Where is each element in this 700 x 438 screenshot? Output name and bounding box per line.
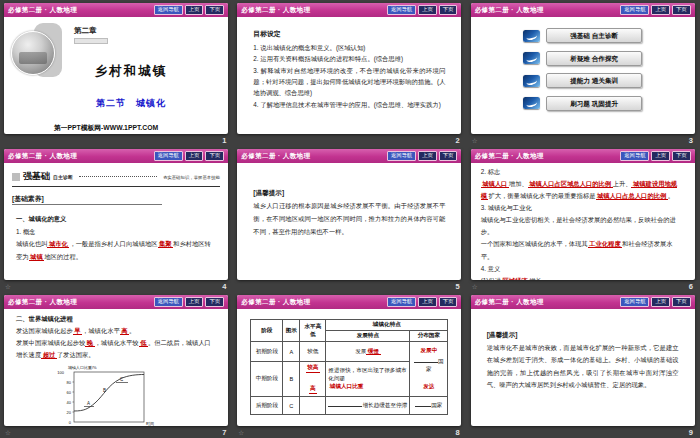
slide-header-bar: 必修第二册 · 人教地理 返回导航 上页 下页: [471, 295, 695, 309]
slide-3-menu[interactable]: 必修第二册 · 人教地理 返回导航 上页 下页 强基础 自主诊断 析疑难 合作探…: [471, 3, 695, 134]
next-page-button[interactable]: 下页: [205, 5, 224, 15]
nav-back-button[interactable]: 返回导航: [387, 5, 416, 15]
page-number: 7: [222, 428, 226, 437]
nav-back-button[interactable]: 返回导航: [620, 297, 649, 307]
slide-tile-8[interactable]: 必修第二册 · 人教地理 返回导航 上页 下页 阶段 图示 水平高低 城镇化特点…: [233, 292, 466, 438]
next-page-button[interactable]: 下页: [205, 151, 224, 161]
prev-page-button[interactable]: 上页: [418, 5, 437, 15]
nav-back-button[interactable]: 返回导航: [620, 151, 649, 161]
brand-text: 必修第二册 · 人教地理: [475, 298, 619, 307]
fill-in-answer: 缓慢: [366, 348, 380, 355]
fill-in-answer: 超过: [41, 351, 57, 359]
goals-heading: 目标设定: [253, 29, 445, 39]
fill-in-answer: 城镇人口占区域总人口的比例: [528, 180, 613, 188]
prev-page-button[interactable]: 上页: [418, 151, 437, 161]
fill-in-answer: 早: [73, 327, 82, 335]
blank-line: [414, 357, 438, 363]
fill-in-answer: 城市化: [47, 240, 69, 248]
menu-button-explore[interactable]: 析疑难 合作探究: [546, 51, 642, 66]
next-page-button[interactable]: 下页: [672, 5, 691, 15]
sub-heading: 4. 意义: [481, 263, 685, 275]
watermark-icon: ☆: [472, 137, 478, 145]
prev-page-button[interactable]: 上页: [185, 297, 204, 307]
slide-tile-3[interactable]: 必修第二册 · 人教地理 返回导航 上页 下页 强基础 自主诊断 析疑难 合作探…: [467, 0, 700, 146]
menu-button-practice[interactable]: 刷习题 巩固提升: [546, 96, 642, 111]
section-banner: 强基础 自主诊断 夯实基础知识，掌握基本技能: [12, 170, 220, 187]
prev-page-button[interactable]: 上页: [651, 297, 670, 307]
nav-back-button[interactable]: 返回导航: [154, 151, 183, 161]
svg-text:0: 0: [69, 420, 72, 425]
fill-in-answer: 发展中: [412, 347, 445, 355]
banner-title: 强基础: [23, 170, 50, 183]
banner-square-icon: [12, 173, 20, 181]
slide-8-stage-table[interactable]: 必修第二册 · 人教地理 返回导航 上页 下页 阶段 图示 水平高低 城镇化特点…: [237, 295, 461, 426]
fill-in-answer: 城镇人口: [481, 180, 509, 188]
slide-tile-5[interactable]: 必修第二册 · 人教地理 返回导航 上页 下页 [温馨提示] 城乡人口迁移的根本…: [233, 146, 466, 292]
banner-subtitle: 自主诊断: [53, 174, 73, 180]
fill-in-answer: 集聚: [158, 240, 174, 248]
col-header-stage: 阶段: [251, 320, 283, 342]
prev-page-button[interactable]: 上页: [185, 5, 204, 15]
fill-in-answer: 高: [120, 327, 129, 335]
banner-note: 夯实基础知识，掌握基本技能: [163, 175, 220, 180]
sub-heading: 3. 城镇化与工业化: [481, 202, 685, 214]
slide-tile-4[interactable]: 必修第二册 · 人教地理 返回导航 上页 下页 强基础 自主诊断 夯实基础知识，…: [0, 146, 233, 292]
page-number: 8: [455, 428, 459, 437]
next-page-button[interactable]: 下页: [439, 5, 458, 15]
template-credit: 第一PPT模板网-WWW.1PPT.COM: [4, 123, 208, 133]
menu-button-ability[interactable]: 提能力 通关集训: [546, 73, 642, 88]
slide-2-goals[interactable]: 必修第二册 · 人教地理 返回导航 上页 下页 目标设定 1. 说出城镇化的概念…: [237, 3, 461, 134]
slide-9-tip[interactable]: 必修第二册 · 人教地理 返回导航 上页 下页 [温馨提示] 逆城市化不是城市的…: [471, 295, 695, 426]
prev-page-button[interactable]: 上页: [418, 297, 437, 307]
nav-back-button[interactable]: 返回导航: [154, 297, 183, 307]
slide-tile-1[interactable]: 必修第二册 · 人教地理 返回导航 上页 下页 第二章 乡村和城镇 第二节 城镇…: [0, 0, 233, 146]
fill-in-answer: 高: [309, 385, 318, 394]
fill-in-answer: 城镇: [29, 253, 45, 261]
next-page-button[interactable]: 下页: [205, 297, 224, 307]
next-page-button[interactable]: 下页: [439, 151, 458, 161]
sub-heading: 1. 概念: [16, 226, 216, 239]
slide-7-process[interactable]: 必修第二册 · 人教地理 返回导航 上页 下页 二、世界城镇化进程 发达国家城镇…: [4, 295, 228, 426]
industry-paragraph-2: 一个国家和地区城镇化的水平，体现其工业化程度和社会经济发展水平。: [481, 238, 685, 262]
page-number: 2: [455, 136, 459, 145]
svg-text:60: 60: [67, 390, 72, 395]
industry-paragraph-1: 城镇化与工业化密切相关，是社会经济发展的必然结果，反映社会的进步。: [481, 214, 685, 238]
slide-sorter-grid: 必修第二册 · 人教地理 返回导航 上页 下页 第二章 乡村和城镇 第二节 城镇…: [0, 0, 700, 438]
slide-tile-7[interactable]: 必修第二册 · 人教地理 返回导航 上页 下页 二、世界城镇化进程 发达国家城镇…: [0, 292, 233, 438]
slide-1-cover[interactable]: 必修第二册 · 人教地理 返回导航 上页 下页 第二章 乡村和城镇 第二节 城镇…: [4, 3, 228, 134]
tip-label: [温馨提示]: [253, 189, 445, 198]
brand-text: 必修第二册 · 人教地理: [8, 298, 152, 307]
blank-line: [415, 401, 431, 407]
slide-4-concept[interactable]: 必修第二册 · 人教地理 返回导航 上页 下页 强基础 自主诊断 夯实基础知识，…: [4, 149, 228, 280]
wave-icon: [523, 30, 540, 42]
page-number: 6: [689, 282, 693, 291]
nav-back-button[interactable]: 返回导航: [154, 5, 183, 15]
nav-back-button[interactable]: 返回导航: [387, 297, 416, 307]
slide-tile-6[interactable]: 必修第二册 · 人教地理 返回导航 上页 下页 2. 标志 城镇人口增加、城镇人…: [467, 146, 700, 292]
slide-5-tip[interactable]: 必修第二册 · 人教地理 返回导航 上页 下页 [温馨提示] 城乡人口迁移的根本…: [237, 149, 461, 280]
prev-page-button[interactable]: 上页: [185, 151, 204, 161]
brand-text: 必修第二册 · 人教地理: [241, 6, 385, 15]
menu-button-basics[interactable]: 强基础 自主诊断: [546, 28, 642, 43]
slide-6-signs[interactable]: 必修第二册 · 人教地理 返回导航 上页 下页 2. 标志 城镇人口增加、城镇人…: [471, 149, 695, 280]
slide-tile-9[interactable]: 必修第二册 · 人教地理 返回导航 上页 下页 [温馨提示] 逆城市化不是城市的…: [467, 292, 700, 438]
page-number: 1: [222, 136, 226, 145]
nav-back-button[interactable]: 返回导航: [620, 5, 649, 15]
next-page-button[interactable]: 下页: [439, 297, 458, 307]
prev-page-button[interactable]: 上页: [651, 151, 670, 161]
slide-tile-2[interactable]: 必修第二册 · 人教地理 返回导航 上页 下页 目标设定 1. 说出城镇化的概念…: [233, 0, 466, 146]
next-page-button[interactable]: 下页: [672, 297, 691, 307]
developed-line: 发达国家城镇化起步早，城镇化水平高。: [16, 325, 216, 337]
brand-text: 必修第二册 · 人教地理: [475, 152, 619, 161]
page-number: 9: [689, 428, 693, 437]
brand-text: 必修第二册 · 人教地理: [241, 152, 385, 161]
prev-page-button[interactable]: 上页: [651, 5, 670, 15]
topic-heading: 二、世界城镇化进程: [16, 313, 216, 325]
brand-text: 必修第二册 · 人教地理: [8, 6, 152, 15]
next-page-button[interactable]: 下页: [672, 151, 691, 161]
nav-back-button[interactable]: 返回导航: [387, 151, 416, 161]
fill-in-answer: 城镇人口占总人口的比例: [596, 192, 668, 200]
tip-label: [温馨提示]: [487, 331, 679, 340]
signs-paragraph: 城镇人口增加、城镇人口占区域总人口的比例上升、城镇建设用地规模扩大，衡量城镇化水…: [481, 178, 685, 202]
col-header-level: 水平高低: [300, 320, 326, 342]
